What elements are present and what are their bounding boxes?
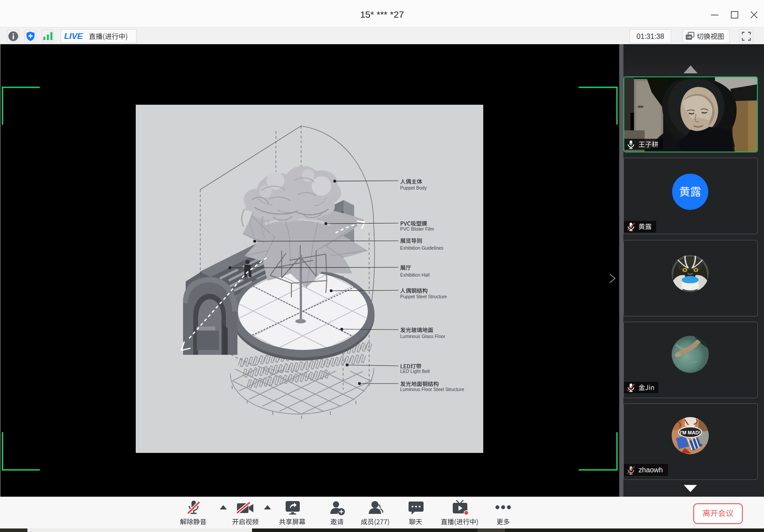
svg-text:Luminous Glass Floor: Luminous Glass Floor <box>400 334 446 339</box>
svg-text:Exhibition Guidelines: Exhibition Guidelines <box>400 245 443 251</box>
svg-text:Puppet Steel Structure: Puppet Steel Structure <box>400 294 447 299</box>
svg-text:LED Light Belt: LED Light Belt <box>400 369 430 374</box>
svg-text:Exhibition Hall: Exhibition Hall <box>400 272 430 277</box>
svg-text:PVC Blister Film: PVC Blister Film <box>400 226 434 232</box>
svg-text:Puppet Body: Puppet Body <box>400 185 427 190</box>
svg-text:I'M MAD!: I'M MAD! <box>680 430 701 435</box>
svg-text:Luminous Floor Steel Structure: Luminous Floor Steel Structure <box>400 387 464 392</box>
